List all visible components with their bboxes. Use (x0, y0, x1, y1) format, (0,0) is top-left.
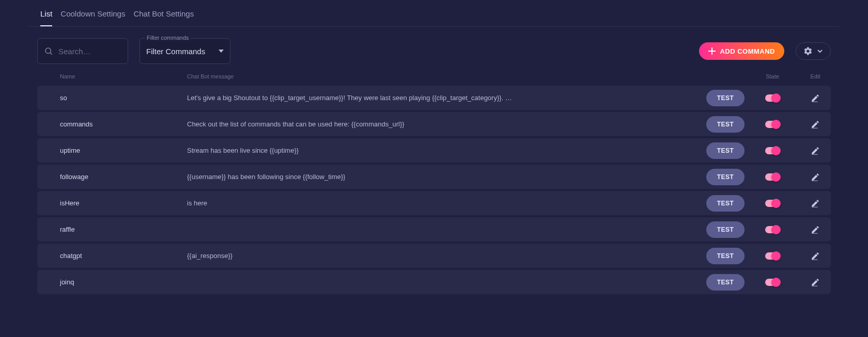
header-edit: Edit (800, 73, 831, 79)
edit-icon (811, 278, 820, 287)
state-toggle[interactable] (765, 121, 780, 128)
add-command-label: ADD COMMAND (720, 47, 775, 55)
header-message: Chat Bot message (187, 73, 706, 79)
cell-name: raffle (37, 226, 187, 233)
test-button[interactable]: TEST (706, 221, 745, 238)
gear-icon (803, 46, 813, 56)
state-toggle[interactable] (765, 147, 780, 154)
edit-icon (811, 225, 820, 234)
svg-line-1 (50, 53, 52, 54)
toolbar: Filter commands Filter Commands ADD COMM… (29, 27, 839, 73)
table-row: chatgpt{{ai_response}}TEST (37, 244, 831, 268)
svg-rect-3 (812, 127, 817, 128)
table-row: raffleTEST (37, 217, 831, 242)
edit-button[interactable] (800, 93, 831, 103)
cell-message: {{ai_response}} (187, 252, 706, 260)
state-toggle[interactable] (765, 200, 780, 207)
test-button[interactable]: TEST (706, 90, 745, 106)
dropdown-icon (219, 50, 224, 53)
add-command-button[interactable]: ADD COMMAND (699, 42, 784, 60)
edit-icon (811, 199, 820, 208)
settings-dropdown-button[interactable] (796, 42, 831, 60)
cell-message: Stream has been live since {{uptime}} (187, 147, 706, 154)
plus-icon (708, 47, 716, 55)
search-input[interactable] (58, 47, 121, 56)
cell-message: Check out the list of commands that can … (187, 120, 706, 128)
tabs: List Cooldown Settings Chat Bot Settings (29, 0, 839, 27)
state-toggle[interactable] (765, 252, 780, 260)
edit-button[interactable] (800, 278, 831, 287)
state-toggle[interactable] (765, 173, 780, 181)
edit-button[interactable] (800, 146, 831, 155)
cell-name: joinq (37, 278, 187, 286)
table-header: Name Chat Bot message State Edit (29, 73, 839, 86)
cell-name: so (37, 94, 187, 102)
svg-rect-9 (812, 285, 817, 286)
state-toggle[interactable] (765, 226, 780, 233)
edit-icon (811, 172, 820, 182)
header-state: State (745, 73, 800, 79)
table-row: commandsCheck out the list of commands t… (37, 112, 831, 136)
header-name: Name (37, 73, 187, 79)
state-toggle[interactable] (765, 94, 780, 102)
table-row: joinqTEST (37, 270, 831, 294)
svg-point-0 (45, 48, 51, 54)
svg-rect-8 (812, 259, 817, 260)
cell-name: chatgpt (37, 252, 187, 260)
svg-rect-4 (812, 154, 817, 154)
edit-icon (811, 120, 820, 129)
svg-rect-6 (812, 206, 817, 207)
edit-icon (811, 93, 820, 103)
cell-message: Let's give a big Shoutout to {{clip_targ… (187, 94, 706, 102)
cell-name: followage (37, 173, 187, 181)
test-button[interactable]: TEST (706, 248, 745, 264)
state-toggle[interactable] (765, 279, 780, 286)
cell-name: uptime (37, 147, 187, 154)
filter-select[interactable]: Filter Commands (140, 38, 230, 64)
table-row: soLet's give a big Shoutout to {{clip_ta… (37, 86, 831, 110)
tab-cooldown-settings[interactable]: Cooldown Settings (60, 4, 125, 26)
cell-name: commands (37, 120, 187, 128)
table-row: isHereis hereTEST (37, 191, 831, 215)
edit-button[interactable] (800, 199, 831, 208)
test-button[interactable]: TEST (706, 195, 745, 212)
cell-name: isHere (37, 199, 187, 207)
test-button[interactable]: TEST (706, 274, 745, 291)
tab-chat-bot-settings[interactable]: Chat Bot Settings (133, 4, 194, 26)
cell-message: {{username}} has been following since {{… (187, 173, 706, 181)
svg-rect-5 (812, 180, 817, 181)
edit-button[interactable] (800, 120, 831, 129)
edit-button[interactable] (800, 172, 831, 182)
edit-button[interactable] (800, 225, 831, 234)
filter-label: Filter commands (145, 35, 191, 41)
edit-icon (811, 251, 820, 261)
test-button[interactable]: TEST (706, 142, 745, 159)
svg-rect-7 (812, 233, 817, 233)
cell-message: is here (187, 199, 706, 207)
edit-button[interactable] (800, 251, 831, 261)
search-icon (44, 46, 53, 56)
search-box[interactable] (37, 38, 128, 64)
tab-list[interactable]: List (40, 4, 52, 26)
svg-rect-2 (812, 101, 817, 102)
test-button[interactable]: TEST (706, 169, 745, 185)
test-button[interactable]: TEST (706, 116, 745, 133)
edit-icon (811, 146, 820, 155)
chevron-down-icon (817, 48, 823, 54)
filter-value: Filter Commands (146, 47, 205, 56)
table-row: uptimeStream has been live since {{uptim… (37, 138, 831, 163)
command-rows: soLet's give a big Shoutout to {{clip_ta… (29, 86, 839, 294)
table-row: followage{{username}} has been following… (37, 165, 831, 189)
filter-wrap: Filter commands Filter Commands (140, 38, 230, 64)
